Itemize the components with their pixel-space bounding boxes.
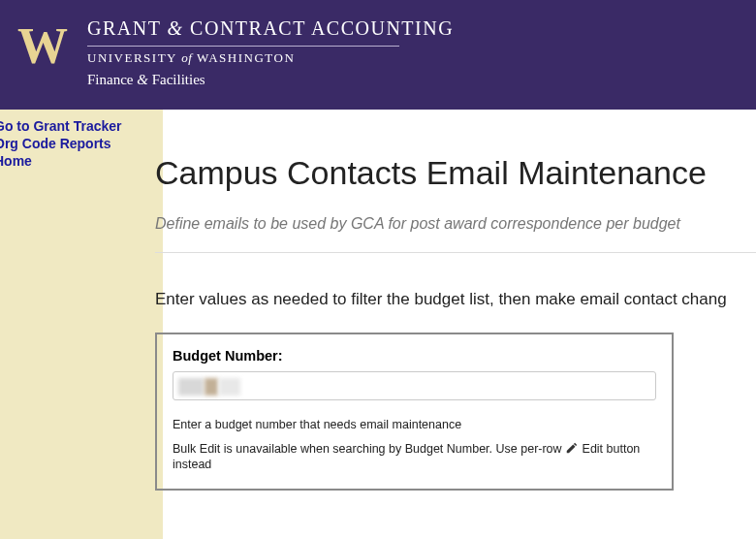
subunit-pre: Finance — [87, 72, 137, 87]
subunit-post: Facilities — [148, 72, 205, 87]
filter-panel: Budget Number: Enter a budget number tha… — [155, 333, 674, 491]
header-text-block: GRANT & CONTRACT ACCOUNTING UNIVERSITY o… — [87, 17, 454, 88]
uw-logo: W — [17, 17, 66, 72]
sidebar-item-home[interactable]: Home — [0, 152, 163, 170]
sidebar-item-grant-tracker[interactable]: Go to Grant Tracker — [0, 117, 163, 135]
page-subtitle: Define emails to be used by GCA for post… — [155, 215, 756, 233]
dept-title-amp: & — [168, 17, 184, 39]
header: W GRANT & CONTRACT ACCOUNTING UNIVERSITY… — [0, 0, 756, 110]
bulk-edit-note: Bulk Edit is unavailable when searching … — [173, 441, 656, 471]
sidebar-item-org-code-reports[interactable]: Org Code Reports — [0, 135, 163, 152]
page-title: Campus Contacts Email Maintenance — [155, 154, 756, 192]
budget-number-label: Budget Number: — [173, 348, 656, 364]
university-name: UNIVERSITY of WASHINGTON — [87, 50, 454, 66]
budget-number-input[interactable] — [173, 371, 656, 400]
bulk-note-pre: Bulk Edit is unavailable when searching … — [173, 442, 565, 456]
header-divider — [87, 46, 399, 47]
content-divider — [155, 252, 756, 253]
univ-of: of — [181, 50, 192, 65]
department-title: GRANT & CONTRACT ACCOUNTING — [87, 17, 454, 40]
sidebar: Go to Grant Tracker Org Code Reports Hom… — [0, 110, 163, 539]
instruction-text: Enter values as needed to filter the bud… — [155, 290, 756, 309]
pencil-icon — [565, 441, 579, 458]
dept-title-post: CONTRACT ACCOUNTING — [184, 17, 455, 39]
univ-post: WASHINGTON — [192, 50, 295, 65]
subunit-name: Finance & Facilities — [87, 72, 454, 88]
univ-pre: UNIVERSITY — [87, 50, 181, 65]
dept-title-pre: GRANT — [87, 17, 168, 39]
subunit-amp: & — [137, 72, 148, 87]
redacted-value — [178, 377, 240, 396]
main-content: Campus Contacts Email Maintenance Define… — [155, 110, 756, 539]
budget-number-hint: Enter a budget number that needs email m… — [173, 418, 656, 431]
